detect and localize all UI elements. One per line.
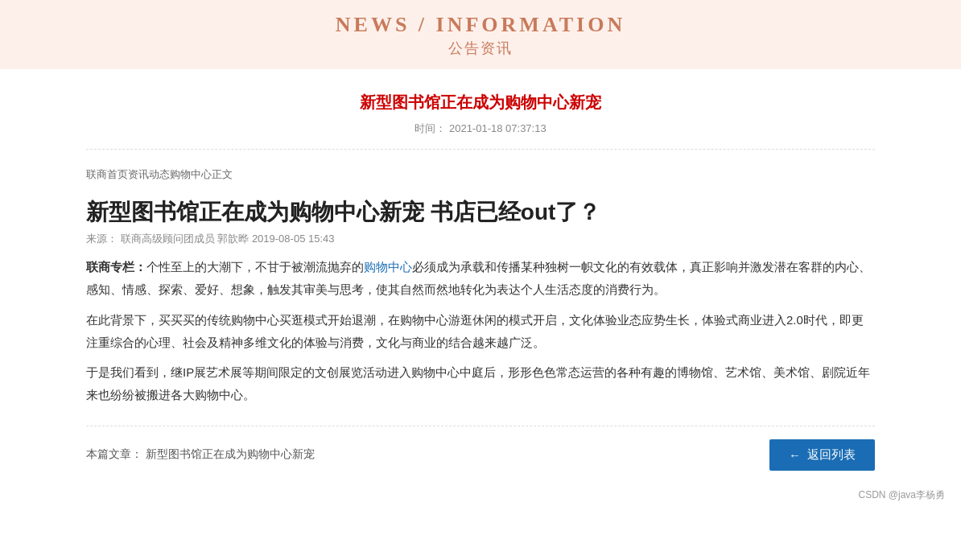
back-arrow-icon: ←: [789, 448, 801, 462]
time-value: 2021-01-18 07:37:13: [449, 122, 546, 134]
article-main-title: 新型图书馆正在成为购物中心新宠: [86, 92, 875, 113]
bold-label-p1: 联商专栏：: [86, 260, 146, 274]
paragraph-3: 于是我们看到，继IP展艺术展等期间限定的文创展览活动进入购物中心中庭后，形形色色…: [86, 361, 875, 406]
p1-text1: 个性至上的大潮下，不甘于被潮流抛弃的: [146, 260, 364, 274]
article-body: 联商专栏：个性至上的大潮下，不甘于被潮流抛弃的购物中心必须成为承载和传播某种独树…: [86, 256, 875, 406]
breadcrumb: 联商首页资讯动态购物中心正文: [86, 150, 875, 190]
watermark: CSDN @java李杨勇: [0, 484, 961, 505]
back-btn-label: 返回列表: [807, 447, 856, 463]
breadcrumb-text: 联商首页资讯动态购物中心正文: [86, 168, 233, 180]
paragraph-2: 在此背景下，买买买的传统购物中心买逛模式开始退潮，在购物中心游逛休闲的模式开启，…: [86, 309, 875, 354]
article-source: 来源： 联商高级顾问团成员 郭歆晔 2019-08-05 15:43: [86, 232, 875, 246]
article-title-section: 新型图书馆正在成为购物中心新宠 时间： 2021-01-18 07:37:13: [86, 69, 875, 150]
source-value: 联商高级顾问团成员 郭歆晔: [121, 233, 250, 245]
article-meta: 时间： 2021-01-18 07:37:13: [86, 121, 875, 136]
time-label: 时间：: [415, 122, 446, 134]
header-title-en: NEWS / INFORMATION: [0, 13, 961, 37]
header-banner: NEWS / INFORMATION 公告资讯: [0, 0, 961, 69]
source-date: 2019-08-05 15:43: [252, 233, 335, 245]
article-heading: 新型图书馆正在成为购物中心新宠 书店已经out了？: [86, 198, 875, 227]
paragraph-1: 联商专栏：个性至上的大潮下，不甘于被潮流抛弃的购物中心必须成为承载和传播某种独树…: [86, 256, 875, 301]
footer-article-ref: 本篇文章： 新型图书馆正在成为购物中心新宠: [86, 447, 315, 462]
source-label: 来源：: [86, 233, 118, 245]
back-to-list-button[interactable]: ← 返回列表: [769, 439, 875, 471]
footer-title: 新型图书馆正在成为购物中心新宠: [146, 447, 315, 460]
header-title-cn: 公告资讯: [0, 39, 961, 58]
link-shopping-center[interactable]: 购物中心: [364, 260, 412, 274]
main-content: 新型图书馆正在成为购物中心新宠 时间： 2021-01-18 07:37:13 …: [38, 69, 923, 484]
article-footer: 本篇文章： 新型图书馆正在成为购物中心新宠 ← 返回列表: [86, 426, 875, 484]
footer-label: 本篇文章：: [86, 447, 142, 460]
